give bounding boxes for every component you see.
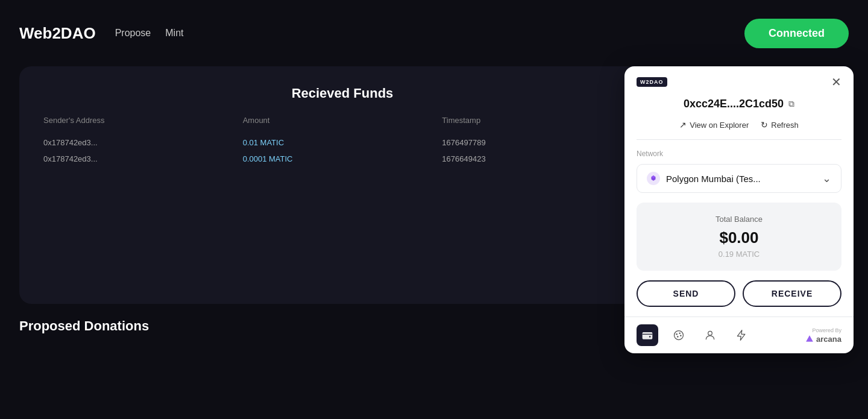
received-funds-title: Recieved Funds bbox=[39, 86, 646, 101]
polygon-icon bbox=[647, 172, 660, 185]
wallet-footer: Powered By arcana bbox=[624, 317, 854, 353]
arcana-label: arcana bbox=[816, 335, 841, 344]
network-name: Polygon Mumbai (Tes... bbox=[666, 174, 761, 184]
wallet-address: 0xcc24E....2C1cd50 bbox=[684, 98, 784, 110]
powered-by: Powered By arcana bbox=[805, 327, 841, 344]
wallet-address-row: 0xcc24E....2C1cd50 ⧉ bbox=[624, 93, 854, 115]
total-balance-label: Total Balance bbox=[649, 215, 829, 224]
col-address: Sender's Address bbox=[43, 116, 243, 125]
wallet-actions: ↗ View on Explorer ↻ Refresh bbox=[624, 115, 854, 139]
svg-point-7 bbox=[677, 336, 679, 338]
refresh-icon: ↻ bbox=[761, 120, 768, 130]
row2-address: 0x178742ed3... bbox=[43, 154, 243, 163]
row2-amount: 0.0001 MATIC bbox=[243, 154, 442, 163]
row2-timestamp: 1676649423 bbox=[442, 154, 641, 163]
svg-point-2 bbox=[649, 336, 651, 338]
activity-icon[interactable] bbox=[731, 324, 752, 346]
refresh-label: Refresh bbox=[771, 121, 799, 130]
nav-mint[interactable]: Mint bbox=[165, 28, 183, 39]
col-amount: Amount bbox=[243, 116, 442, 125]
svg-rect-1 bbox=[643, 332, 653, 339]
wallet-footer-icons bbox=[637, 324, 752, 346]
refresh-link[interactable]: ↻ Refresh bbox=[761, 120, 799, 130]
table-row: 0x178742ed3... 0.01 MATIC 1676497789 bbox=[39, 134, 646, 151]
table-row: 0x178742ed3... 0.0001 MATIC 1676649423 bbox=[39, 151, 646, 167]
user-icon[interactable] bbox=[699, 324, 721, 346]
received-funds-card: Recieved Funds Sender's Address Amount T… bbox=[19, 66, 665, 304]
wallet-modal-header: W2DAO ✕ bbox=[624, 66, 854, 93]
wallet-icon[interactable] bbox=[637, 324, 658, 346]
network-label: Network bbox=[637, 150, 841, 158]
wallet-buttons: SEND RECEIVE bbox=[624, 280, 854, 317]
network-selector-left: Polygon Mumbai (Tes... bbox=[647, 172, 761, 185]
row1-address: 0x178742ed3... bbox=[43, 138, 243, 147]
send-button[interactable]: SEND bbox=[637, 280, 735, 307]
powered-by-label: Powered By bbox=[812, 327, 841, 333]
balance-section: Total Balance $0.00 0.19 MATIC bbox=[624, 198, 854, 280]
received-funds-scroll: Sender's Address Amount Timestamp 0x1787… bbox=[39, 116, 646, 285]
balance-usd: $0.00 bbox=[649, 228, 829, 247]
svg-point-6 bbox=[680, 335, 682, 337]
nav-links: Propose Mint bbox=[115, 28, 184, 39]
network-selector[interactable]: Polygon Mumbai (Tes... ⌄ bbox=[637, 164, 841, 193]
balance-matic: 0.19 MATIC bbox=[649, 250, 829, 259]
external-link-icon: ↗ bbox=[679, 120, 687, 130]
table-header: Sender's Address Amount Timestamp bbox=[39, 116, 646, 125]
nav-propose[interactable]: Propose bbox=[115, 28, 151, 39]
arcana-logo: arcana bbox=[805, 335, 841, 344]
close-button[interactable]: ✕ bbox=[831, 76, 841, 88]
view-on-explorer-link[interactable]: ↗ View on Explorer bbox=[679, 120, 749, 130]
svg-point-8 bbox=[708, 331, 712, 335]
row1-timestamp: 1676497789 bbox=[442, 138, 641, 147]
row1-amount: 0.01 MATIC bbox=[243, 138, 442, 147]
navbar: Web2DAO Propose Mint Connected bbox=[0, 0, 868, 66]
logo: Web2DAO bbox=[19, 24, 96, 43]
balance-card: Total Balance $0.00 0.19 MATIC bbox=[637, 203, 841, 271]
receive-button[interactable]: RECEIVE bbox=[743, 280, 841, 307]
col-timestamp: Timestamp bbox=[442, 116, 641, 125]
copy-icon[interactable]: ⧉ bbox=[788, 99, 794, 109]
wallet-logo: W2DAO bbox=[637, 77, 667, 87]
nft-icon[interactable] bbox=[668, 324, 690, 346]
wallet-modal: W2DAO ✕ 0xcc24E....2C1cd50 ⧉ ↗ View on E… bbox=[624, 66, 854, 353]
connected-button[interactable]: Connected bbox=[744, 19, 849, 48]
svg-point-3 bbox=[675, 331, 684, 340]
network-section: Network Polygon Mumbai (Tes... ⌄ bbox=[624, 140, 854, 198]
svg-point-4 bbox=[676, 333, 678, 335]
svg-point-5 bbox=[679, 332, 681, 334]
chevron-down-icon: ⌄ bbox=[822, 172, 831, 185]
view-on-explorer-label: View on Explorer bbox=[690, 121, 749, 130]
